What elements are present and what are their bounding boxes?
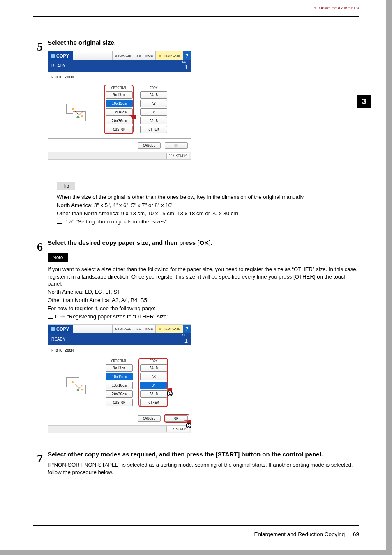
size-custom[interactable]: CUSTOM — [106, 126, 133, 133]
book-icon — [48, 315, 53, 319]
copy-a5-r[interactable]: A5-R — [140, 390, 167, 398]
set-count: 1 — [182, 337, 188, 344]
ui-brand-label: COPY — [56, 53, 69, 58]
book-icon — [57, 220, 62, 224]
template-label: TEMPLATE — [163, 54, 180, 58]
note-ref: P.65 “Registering paper sizes to “OTHER”… — [48, 313, 362, 320]
step-title: Select other copy modes as required, and… — [48, 450, 362, 458]
tip-block: Tip When the size of the original is oth… — [57, 177, 362, 225]
step-6: 6 Select the desired copy paper size, an… — [33, 239, 362, 442]
cancel-button[interactable]: CANCEL — [138, 142, 161, 149]
size-10x15[interactable]: 10x15cm — [106, 373, 133, 380]
help-button[interactable]: ? — [183, 51, 191, 60]
copy-a4-r[interactable]: A4-R — [140, 91, 167, 99]
note-label: Note — [48, 253, 68, 262]
set-count: 1 — [182, 64, 188, 71]
ui-brand-label: COPY — [56, 327, 69, 332]
size-13x18[interactable]: 13x18cm — [106, 382, 133, 389]
step-7: 7 Select other copy modes as required, a… — [33, 450, 362, 477]
tip-ref: P.70 “Setting photo originals in other s… — [57, 218, 362, 226]
ui-brand: COPY — [48, 51, 73, 60]
breadcrumb: PHOTO ZOOM — [51, 74, 74, 82]
star-icon: ★ — [158, 327, 162, 331]
tip-text-3: Other than North America: 9 x 13 cm, 10 … — [57, 210, 362, 217]
size-9x13[interactable]: 9x13cm — [106, 364, 133, 372]
copy-other[interactable]: OTHER — [140, 126, 167, 133]
pointer-hand-icon: ☚ — [129, 112, 137, 122]
storage-button[interactable]: STORAGE — [112, 325, 134, 333]
ui-brand: COPY — [48, 325, 73, 333]
template-label: TEMPLATE — [163, 327, 180, 331]
template-button[interactable]: ★ TEMPLATE — [155, 51, 183, 60]
note-text-1: If you want to select a size other than … — [48, 266, 362, 288]
copy-a5-r[interactable]: A5-R — [140, 117, 167, 124]
page-number: 69 — [353, 531, 359, 537]
copy-a4-r[interactable]: A4-R — [140, 364, 167, 372]
copier-ui-1: COPY STORAGE SETTINGS ★ TEMPLATE ? READY — [48, 51, 191, 160]
star-icon: ★ — [158, 53, 162, 58]
pointer-hand-icon-1: ☚1 — [165, 385, 173, 396]
ok-button[interactable]: OK — [165, 142, 188, 149]
set-label: SET — [182, 334, 188, 336]
note-ref-text: P.65 “Registering paper sizes to “OTHER”… — [55, 313, 168, 320]
copier-ui-2: COPY STORAGE SETTINGS ★ TEMPLATE ? READY — [48, 324, 191, 433]
help-button[interactable]: ? — [183, 325, 191, 333]
tip-label: Tip — [57, 182, 75, 190]
storage-button[interactable]: STORAGE — [112, 51, 134, 60]
step-number: 5 — [33, 39, 48, 168]
step-title: Select the desired copy paper size, and … — [48, 239, 362, 247]
settings-button[interactable]: SETTINGS — [134, 325, 155, 333]
tip-text-2: North America: 3" x 5", 4" x 6", 5" x 7"… — [57, 202, 362, 209]
copy-header: COPY — [140, 359, 167, 363]
copy-a3[interactable]: A3 — [140, 100, 167, 107]
copy-other[interactable]: OTHER — [140, 399, 167, 406]
size-9x13[interactable]: 9x13cm — [106, 91, 133, 99]
step-text: If “NON-SORT NON-STAPLE” is selected as … — [48, 461, 362, 476]
copy-icon — [51, 54, 55, 58]
copy-icon — [51, 327, 55, 331]
copy-header: COPY — [140, 86, 167, 90]
copy-b4[interactable]: B4 — [140, 108, 167, 116]
note-text-4: For how to register it, see the followin… — [48, 305, 362, 312]
job-status-button[interactable]: JOB STATUS — [166, 153, 189, 159]
template-button[interactable]: ★ TEMPLATE — [155, 325, 183, 333]
photo-illustration: ● ▲● — [51, 359, 101, 408]
original-header: ORIGINAL — [106, 359, 133, 363]
breadcrumb: PHOTO ZOOM — [51, 348, 74, 355]
ready-status: READY — [51, 64, 65, 68]
section-header: 3 BASIC COPY MODES — [314, 6, 359, 10]
step-5: 5 Select the original size. COPY STORAGE… — [33, 39, 362, 168]
original-header: ORIGINAL — [106, 86, 133, 90]
pointer-hand-icon-2: ☚2 — [184, 417, 192, 428]
tip-text-1: When the size of the original is other t… — [57, 193, 362, 201]
copy-b4[interactable]: B4 — [140, 382, 167, 389]
size-custom[interactable]: CUSTOM — [106, 399, 133, 406]
page-footer: Enlargement and Reduction Copying 69 — [254, 531, 359, 537]
footer-section: Enlargement and Reduction Copying — [254, 531, 345, 537]
set-label: SET — [182, 60, 188, 63]
note-text-2: North America: LD, LG, LT, ST — [48, 288, 362, 296]
note-text-3: Other than North America: A3, A4, B4, B5 — [48, 297, 362, 304]
ready-status: READY — [51, 337, 65, 341]
step-number: 6 — [33, 239, 48, 442]
tip-ref-text: P.70 “Setting photo originals in other s… — [64, 218, 167, 226]
photo-illustration: ● ▲● — [51, 86, 101, 134]
copy-a3[interactable]: A3 — [140, 373, 167, 380]
step-number: 7 — [33, 450, 48, 477]
cancel-button[interactable]: CANCEL — [138, 415, 161, 422]
step-title: Select the original size. — [48, 39, 362, 47]
size-20x30[interactable]: 20x30cm — [106, 390, 133, 398]
size-10x15[interactable]: 10x15cm — [106, 100, 133, 107]
settings-button[interactable]: SETTINGS — [134, 51, 155, 60]
